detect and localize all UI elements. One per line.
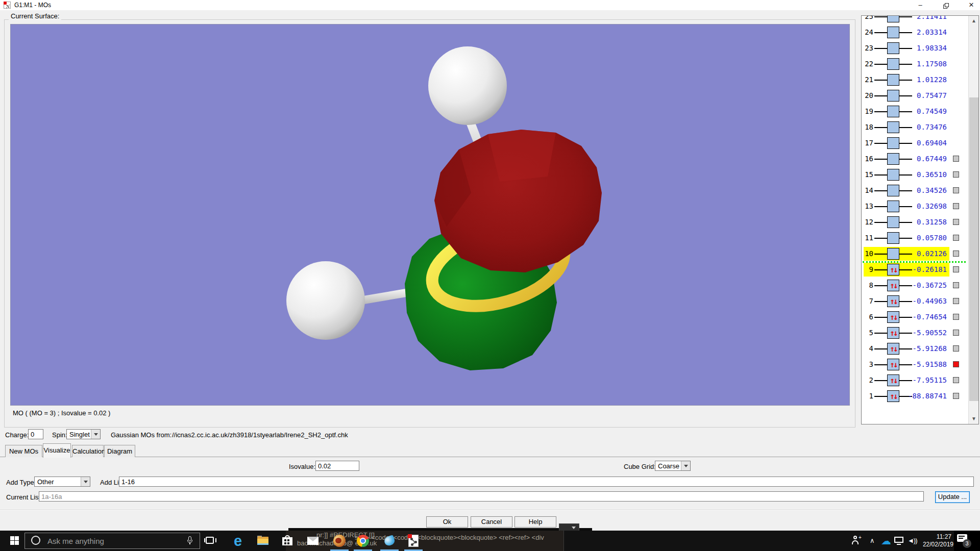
mo-row-22[interactable]: 221.17508 <box>862 57 969 72</box>
mo-occupancy-box-paired-electrons[interactable]: ↑↓ <box>887 264 899 276</box>
chevron-down-icon[interactable] <box>681 461 690 470</box>
mo-row-11[interactable]: 110.05780 <box>862 231 969 246</box>
mo-checkbox[interactable] <box>953 345 959 352</box>
chevron-up-icon[interactable]: ∧ <box>870 531 875 551</box>
mo-row-2[interactable]: 2↑↓-7.95115 <box>862 373 969 388</box>
mo-row-20[interactable]: 200.75477 <box>862 88 969 104</box>
file-explorer-icon[interactable] <box>257 535 269 547</box>
gaussview-taskbar-icon[interactable] <box>408 535 419 547</box>
charge-input[interactable] <box>28 429 43 439</box>
mo-checkbox[interactable] <box>953 282 959 288</box>
tab-new-mos[interactable]: New MOs <box>5 445 42 457</box>
mo-row-7[interactable]: 7↑↓-0.44963 <box>862 294 969 309</box>
start-button[interactable] <box>4 531 24 551</box>
mo-row-14[interactable]: 140.34526 <box>862 183 969 198</box>
mo-checkbox[interactable] <box>953 330 959 336</box>
scroll-up-arrow-icon[interactable]: ▲ <box>969 16 979 26</box>
cancel-button[interactable]: Cancel <box>471 516 512 528</box>
mo-occupancy-box-paired-electrons[interactable]: ↑↓ <box>887 295 899 307</box>
mo-row-1[interactable]: 1↑↓-88.88741 <box>862 389 969 404</box>
mo-occupancy-box-empty[interactable] <box>887 153 899 165</box>
mo-occupancy-box-paired-electrons[interactable]: ↑↓ <box>887 311 899 323</box>
mo-row-25[interactable]: 252.11411 <box>862 15 969 24</box>
mo-checkbox[interactable] <box>953 377 959 383</box>
minimize-button[interactable]: – <box>912 0 929 10</box>
chevron-down-icon[interactable] <box>91 430 100 439</box>
mo-occupancy-box-empty[interactable] <box>887 169 899 181</box>
mo-checkbox[interactable] <box>953 171 959 178</box>
tab-diagram[interactable]: Diagram <box>104 445 135 457</box>
mo-checkbox[interactable] <box>953 266 959 272</box>
mo-occupancy-box-empty[interactable] <box>887 201 899 212</box>
mo-occupancy-box-paired-electrons[interactable]: ↑↓ <box>887 327 899 339</box>
restore-button[interactable] <box>938 0 955 10</box>
cortana-search-box[interactable]: Ask me anything <box>24 533 200 549</box>
windows-store-icon[interactable] <box>281 535 293 547</box>
mo-checkbox[interactable] <box>953 235 959 241</box>
mo-checkbox[interactable] <box>953 187 959 193</box>
firefox-icon[interactable] <box>333 535 346 547</box>
mo-occupancy-box-empty[interactable] <box>887 90 899 102</box>
add-list-input[interactable] <box>119 477 974 487</box>
mo-row-3[interactable]: 3↑↓-5.91588 <box>862 357 969 372</box>
mo-occupancy-box-empty[interactable] <box>887 15 899 22</box>
cube-grid-dropdown[interactable]: Coarse <box>655 461 691 471</box>
mo-row-18[interactable]: 180.73476 <box>862 120 969 135</box>
mo-occupancy-box-empty[interactable] <box>887 216 899 228</box>
isovalue-input[interactable] <box>315 461 359 471</box>
mo-checkbox[interactable] <box>953 203 959 209</box>
thunderbird-icon[interactable] <box>383 535 396 547</box>
mo-occupancy-box-empty[interactable] <box>887 74 899 86</box>
mo-row-9[interactable]: 9↑↓-0.26181 <box>862 262 969 278</box>
scroll-down-arrow-icon[interactable]: ▼ <box>969 414 979 424</box>
mo-row-17[interactable]: 170.69404 <box>862 136 969 151</box>
spin-dropdown[interactable]: Singlet <box>66 429 101 439</box>
mo-row-12[interactable]: 120.31258 <box>862 215 969 230</box>
mo-row-6[interactable]: 6↑↓-0.74654 <box>862 310 969 325</box>
mo-occupancy-box-empty[interactable] <box>887 137 899 149</box>
mo-checkbox[interactable] <box>953 393 959 399</box>
tab-calculation[interactable]: Calculation <box>72 445 104 457</box>
mo-occupancy-box-empty[interactable] <box>887 106 899 117</box>
mo-checkbox[interactable] <box>953 219 959 225</box>
mo-occupancy-box-paired-electrons[interactable]: ↑↓ <box>887 390 899 402</box>
chevron-down-icon[interactable] <box>81 477 90 486</box>
task-view-icon[interactable] <box>204 535 216 547</box>
update-button[interactable]: Update ... <box>935 491 970 503</box>
mo-row-24[interactable]: 242.03314 <box>862 25 969 40</box>
mo-occupancy-box-empty[interactable] <box>887 185 899 196</box>
mo-occupancy-box-empty[interactable] <box>887 121 899 133</box>
onedrive-cloud-icon[interactable]: ☁ <box>881 531 891 551</box>
edge-browser-icon[interactable]: e <box>232 535 244 547</box>
mo-checkbox-selected[interactable] <box>953 361 959 367</box>
mo-row-5[interactable]: 5↑↓-5.90552 <box>862 325 969 341</box>
volume-icon[interactable]: ◄)) <box>908 531 917 551</box>
microphone-icon[interactable] <box>187 536 192 543</box>
mail-icon[interactable] <box>307 535 319 547</box>
mo-row-10[interactable]: 100.02126 <box>862 246 969 262</box>
action-center-area[interactable]: 3 <box>954 531 980 551</box>
mo-row-8[interactable]: 8↑↓-0.36725 <box>862 278 969 293</box>
mo-row-13[interactable]: 130.32698 <box>862 199 969 214</box>
chrome-icon[interactable] <box>357 535 369 547</box>
ok-button[interactable]: Ok <box>426 516 468 528</box>
add-type-dropdown[interactable]: Other <box>34 477 90 487</box>
tab-visualize[interactable]: Visualize <box>43 443 71 458</box>
mo-row-21[interactable]: 211.01228 <box>862 72 969 88</box>
mo-checkbox[interactable] <box>953 314 959 320</box>
people-icon[interactable]: + <box>850 531 864 551</box>
mo-row-23[interactable]: 231.98334 <box>862 41 969 56</box>
mo-occupancy-box-paired-electrons[interactable]: ↑↓ <box>887 359 899 370</box>
mo-row-4[interactable]: 4↑↓-5.91268 <box>862 341 969 357</box>
current-list-input[interactable] <box>39 491 924 502</box>
mo-occupancy-box-empty[interactable] <box>887 232 899 244</box>
mo-checkbox[interactable] <box>953 298 959 304</box>
close-button[interactable]: ✕ <box>963 0 980 10</box>
mo-row-15[interactable]: 150.36510 <box>862 167 969 183</box>
molecule-viewport[interactable] <box>10 24 850 406</box>
mo-checkbox[interactable] <box>953 156 959 162</box>
help-button[interactable]: Help <box>514 516 556 528</box>
mo-occupancy-box-empty[interactable] <box>887 248 899 260</box>
mo-checkbox[interactable] <box>953 251 959 257</box>
scrollbar-thumb[interactable] <box>969 97 978 401</box>
